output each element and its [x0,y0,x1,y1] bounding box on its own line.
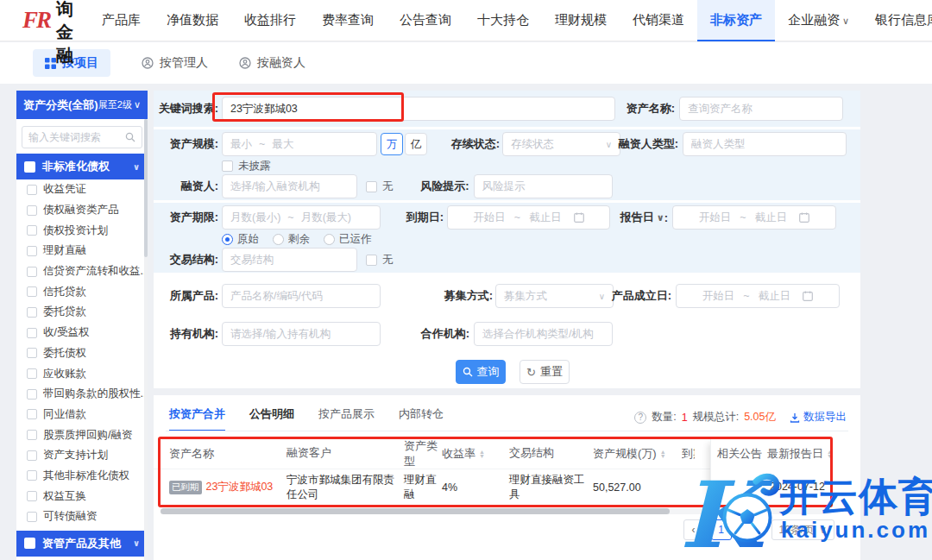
nav-item-nonstandard-assets[interactable]: 非标资产 [697,0,775,41]
checkbox-box[interactable] [366,181,377,192]
next-page-button[interactable]: › [739,519,759,540]
nav-item-top-holdings[interactable]: 十大持仓 [464,0,542,41]
asset-term-range-input[interactable]: 月数(最小) ~ 月数(最大) [222,205,381,230]
sidebar-item[interactable]: 带回购条款的股权性... [16,384,148,405]
item-checkbox[interactable] [27,185,37,195]
tab-merged-by-asset[interactable]: 按资产合并 [169,406,225,431]
maturity-date-range[interactable]: 开始日 ~ 截止日 [447,205,610,230]
sidebar-item[interactable]: 可转债融资 [16,507,148,527]
sidebar-item[interactable]: 信贷资产流转和收益... [16,261,148,282]
search-button[interactable]: 查询 [456,360,506,384]
horizontal-scrollbar-track[interactable] [161,508,833,514]
sidebar-item[interactable]: 股票质押回购/融资 [16,425,148,445]
sidebar-item[interactable]: 其他非标准化债权 [16,466,148,487]
sidebar-scrollbar-thumb[interactable] [144,119,148,257]
sidebar-item[interactable]: 收/受益权 [16,323,148,343]
trade-structure-input[interactable] [222,248,357,272]
radio-dot[interactable] [222,234,233,245]
horizontal-scrollbar-thumb[interactable] [161,508,670,514]
page-1-button[interactable]: 1 [711,519,732,540]
checkbox-box[interactable] [366,255,377,266]
item-checkbox[interactable] [27,409,37,419]
item-checkbox[interactable] [27,512,37,522]
report-date-label[interactable]: 报告日∨: [610,210,668,225]
report-date-range[interactable]: 开始日 ~ 截止日 [672,205,836,230]
item-checkbox[interactable] [27,246,37,256]
sidebar-item[interactable]: 理财直融 [16,241,148,261]
sidebar-item[interactable]: 同业借款 [16,405,148,425]
sidebar-item[interactable]: 资产支持计划 [16,445,148,466]
reset-button[interactable]: ↻ 重置 [520,360,570,384]
item-checkbox[interactable] [27,205,37,216]
nav-item-corp-finance[interactable]: 企业融资∨ [775,0,862,41]
item-checkbox[interactable] [27,389,37,400]
item-checkbox[interactable] [27,491,37,501]
sidebar-group-nonstandard-debt[interactable]: 非标准化债权 ∨ [16,154,148,179]
unit-yi-button[interactable]: 亿 [405,133,427,155]
checkbox-box[interactable] [222,160,233,172]
nav-item-fee-query[interactable]: 费率查询 [309,0,387,41]
unit-wan-button[interactable]: 万 [381,133,403,155]
tab-announcement-detail[interactable]: 公告明细 [249,406,294,431]
group-checkbox[interactable] [24,161,35,173]
raise-method-select[interactable]: 募集方式 ∨ [495,284,614,308]
expand-level-control[interactable]: 展至2级∨ [98,98,141,111]
sidebar-item[interactable]: 收益凭证 [16,179,148,200]
product-input[interactable] [222,284,381,308]
nav-item-bank-info[interactable]: 银行信息库 [862,0,932,41]
item-checkbox[interactable] [27,307,37,318]
financier-type-input[interactable] [683,132,847,156]
item-checkbox[interactable] [27,348,37,358]
item-checkbox[interactable] [27,225,37,236]
radio-remaining-term[interactable]: 剩余 [273,232,310,247]
financier-input[interactable] [222,174,357,198]
partner-input[interactable] [474,322,613,346]
sidebar-search-input[interactable] [28,131,115,143]
tab-by-financier[interactable]: 按融资人 [239,55,305,71]
asset-scale-range-input[interactable]: 最小 ~ 最大 [222,132,377,156]
sidebar-item[interactable]: 债权投资计划 [16,220,148,241]
nav-item-wm-scale[interactable]: 理财规模 [542,0,620,41]
sidebar-group-asset-mgmt-products[interactable]: 资管产品及其他 ∨ [16,531,148,557]
asset-name-link[interactable]: 23宁波鄞城03 [206,480,274,494]
question-circle-icon[interactable]: ? [634,412,646,424]
sidebar-item[interactable]: 信托贷款 [16,281,148,302]
undisclosed-checkbox[interactable]: 未披露 [222,159,271,173]
prev-page-button[interactable]: ‹ [683,519,704,540]
nav-item-announcements[interactable]: 公告查询 [387,0,464,41]
sidebar-item[interactable]: 应收账款 [16,363,148,384]
radio-dot[interactable] [273,234,284,245]
structure-none-checkbox[interactable]: 无 [366,253,394,267]
sidebar-item[interactable]: 委托贷款 [16,302,148,323]
holder-input[interactable] [222,322,381,346]
brand-logo[interactable]: FR 法询金融 [22,0,73,67]
sidebar-item[interactable]: 债权融资类产品 [16,200,148,221]
item-checkbox[interactable] [27,328,37,338]
item-checkbox[interactable] [27,470,37,481]
page-size-select[interactable]: 10条/页∨ [771,519,834,540]
sort-control[interactable]: ▲▼ [479,450,485,458]
radio-dot[interactable] [324,234,335,245]
financier-none-checkbox[interactable]: 无 [366,179,394,194]
tab-by-manager[interactable]: 按管理人 [142,55,208,71]
nav-item-yield-rank[interactable]: 收益排行 [231,0,309,41]
group-checkbox[interactable] [24,538,35,549]
sort-control[interactable]: ▲▼ [660,450,666,458]
keyword-search-input[interactable] [222,97,615,121]
sort-control[interactable]: ▲▼ [827,450,833,458]
item-checkbox[interactable] [27,430,37,440]
item-checkbox[interactable] [27,286,37,297]
nav-item-products[interactable]: 产品库 [89,0,154,41]
nav-item-channels[interactable]: 代销渠道 [620,0,697,41]
asset-name-input[interactable] [679,97,843,121]
nav-item-nav-data[interactable]: 净值数据 [154,0,231,41]
sidebar-item[interactable]: 权益互换 [16,486,148,507]
data-export-button[interactable]: 数据导出 [790,410,847,425]
tab-internal-transfer[interactable]: 内部转仓 [399,406,444,431]
setup-date-range[interactable]: 开始日 ~ 截止日 [676,284,840,308]
item-checkbox[interactable] [27,267,37,277]
radio-operated-term[interactable]: 已运作 [324,232,372,247]
sidebar-item[interactable]: 委托债权 [16,343,148,364]
radio-original-term[interactable]: 原始 [222,232,259,247]
item-checkbox[interactable] [27,368,37,379]
